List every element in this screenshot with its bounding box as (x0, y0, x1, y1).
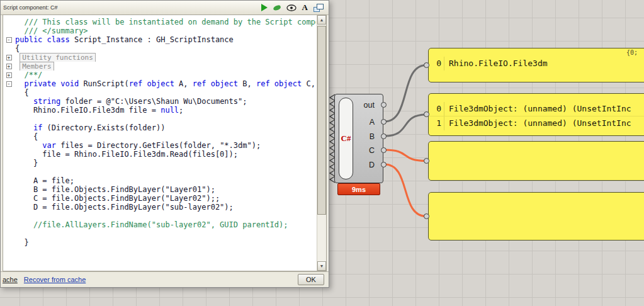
clear-cache-link[interactable]: ache (3, 276, 18, 283)
code-line[interactable]: var files = Directory.GetFiles(folder, "… (15, 141, 316, 150)
code-line[interactable] (15, 212, 316, 220)
code-token: Utility functions (20, 53, 96, 62)
fold-toggle-icon[interactable]: + (6, 72, 12, 78)
code-token: C, (302, 79, 316, 88)
panel-input-port[interactable] (424, 213, 429, 219)
run-icon[interactable] (261, 4, 268, 11)
panel-p3[interactable] (428, 141, 644, 181)
panel-row: 0Rhino.FileIO.File3dm (429, 57, 644, 71)
ok-button[interactable]: OK (298, 274, 324, 285)
code-token: //file.AllLayers.FindName("sub-layer02",… (15, 220, 288, 229)
code-token: { (15, 88, 29, 97)
gutter-row (3, 44, 14, 53)
panel-row-index: 1 (429, 116, 444, 130)
component-name-capsule[interactable]: C# (339, 98, 353, 179)
code-line[interactable]: /// This class will be instantiated on d… (15, 18, 316, 26)
gutter-row (3, 203, 14, 212)
gutter-row: + (3, 62, 14, 71)
code-line[interactable]: } (15, 238, 316, 247)
eye-icon[interactable] (286, 4, 297, 11)
scrollbar-thumb[interactable] (317, 26, 326, 215)
panel-p4[interactable] (428, 192, 644, 241)
code-line[interactable]: { (15, 44, 316, 53)
panel-p2[interactable]: 0File3dmObject: (unnamed) (UnsetIntInc1F… (428, 93, 644, 136)
code-line[interactable]: /// </summary> (15, 26, 316, 35)
code-line[interactable]: Members (15, 62, 316, 71)
gutter-row: - (3, 35, 14, 44)
gutter-row (3, 106, 14, 115)
code-editor[interactable]: -+++- /// This class will be instantiate… (3, 14, 327, 271)
code-token: (Directory.Exists(folder)) (42, 123, 165, 132)
font-icon[interactable]: A (302, 3, 308, 12)
code-token: C = file.Objects.FindByLayer("Layer02");… (15, 194, 220, 203)
code-token: Members (20, 62, 54, 71)
gutter-row (3, 26, 14, 35)
code-line[interactable]: Rhino.FileIO.File3dm file = null; (15, 106, 316, 115)
panel-input-port[interactable] (424, 158, 429, 164)
panel-p1[interactable]: {0;0Rhino.FileIO.File3dm (428, 48, 644, 82)
fold-toggle-icon[interactable]: - (6, 81, 12, 87)
scrollbar-down-icon[interactable]: ▼ (317, 261, 326, 271)
code-line[interactable]: { (15, 88, 316, 97)
csharp-script-component[interactable]: C# outABCD (334, 94, 383, 183)
gutter-row (3, 194, 14, 203)
script-editor-window[interactable]: Script component: C# A -+++- /// This cl (0, 0, 329, 288)
panel-input-port[interactable] (424, 111, 429, 117)
wire-A-to-p1[interactable] (385, 65, 426, 122)
code-line[interactable]: //file.AllLayers.FindName("sub-layer02",… (15, 220, 316, 229)
code-token: string (33, 97, 60, 106)
code-line[interactable]: public class Script_Instance : GH_Script… (15, 35, 316, 44)
output-port-D[interactable] (381, 162, 387, 167)
gutter-row (3, 97, 14, 106)
code-line[interactable]: C = file.Objects.FindByLayer("Layer02");… (15, 194, 316, 203)
output-port-B[interactable] (381, 133, 387, 139)
fold-toggle-icon[interactable]: + (6, 55, 12, 60)
wire-B-to-p2[interactable] (385, 115, 426, 136)
fold-toggle-icon[interactable]: + (6, 64, 12, 69)
code-line[interactable]: B = file.Objects.FindByLayer("Layer01"); (15, 185, 316, 194)
code-token: ref object (129, 79, 174, 88)
code-line[interactable]: D = file.Objects.FindByLayer("sub-layer0… (15, 203, 316, 212)
scrollbar-up-icon[interactable]: ▲ (317, 15, 326, 25)
panel-input-port[interactable] (424, 62, 429, 68)
gutter-row: + (3, 71, 14, 79)
code-line[interactable]: Utility functions (15, 53, 316, 62)
code-line[interactable] (15, 167, 316, 176)
code-line[interactable]: string folder = @"C:\Users\Shaun Wu\Docu… (15, 97, 316, 106)
wire-C-to-p3[interactable] (385, 150, 426, 161)
gutter-row (3, 18, 14, 26)
code-line[interactable]: A = file; (15, 176, 316, 185)
code-token: var (42, 141, 56, 150)
recover-from-cache-link[interactable]: Recover from cache (24, 276, 86, 283)
code-line[interactable]: private void RunScript(ref object A, ref… (15, 79, 316, 88)
output-label-C[interactable]: C (369, 145, 375, 156)
code-token (15, 79, 24, 88)
code-token: D = file.Objects.FindByLayer("sub-layer0… (15, 203, 234, 212)
code-line[interactable] (15, 229, 316, 238)
screenshot-root: C# outABCD 9ms {0;0Rhino.FileIO.File3dm0… (0, 0, 644, 306)
fold-toggle-icon[interactable]: - (6, 37, 12, 43)
code-line[interactable]: /**/ (15, 71, 316, 79)
code-line[interactable] (15, 115, 316, 123)
output-port-out[interactable] (381, 102, 387, 108)
gutter-row: + (3, 53, 14, 62)
vertical-scrollbar[interactable]: ▲ ▼ (317, 15, 326, 271)
output-label-A[interactable]: A (370, 117, 375, 127)
code-lines[interactable]: /// This class will be instantiated on d… (15, 18, 316, 247)
code-line[interactable]: if (Directory.Exists(folder)) (15, 123, 316, 132)
wire-D-to-p4[interactable] (385, 164, 426, 217)
code-token: /// </summary> (15, 26, 88, 35)
grasshopper-icon[interactable] (273, 4, 281, 11)
editor-titlebar[interactable]: Script component: C# A (1, 1, 329, 15)
output-label-B[interactable]: B (370, 132, 375, 142)
code-token: ref object (193, 79, 238, 88)
code-line[interactable]: file = Rhino.FileIO.File3dm.Read(files[0… (15, 150, 316, 159)
windows-icon[interactable] (314, 4, 324, 12)
output-label-D[interactable]: D (369, 160, 375, 170)
code-line[interactable]: } (15, 159, 316, 167)
output-port-C[interactable] (381, 147, 387, 153)
output-port-A[interactable] (381, 119, 387, 125)
output-label-out[interactable]: out (364, 100, 375, 110)
window-title: Script component: C# (3, 4, 261, 11)
code-line[interactable]: { (15, 132, 316, 141)
